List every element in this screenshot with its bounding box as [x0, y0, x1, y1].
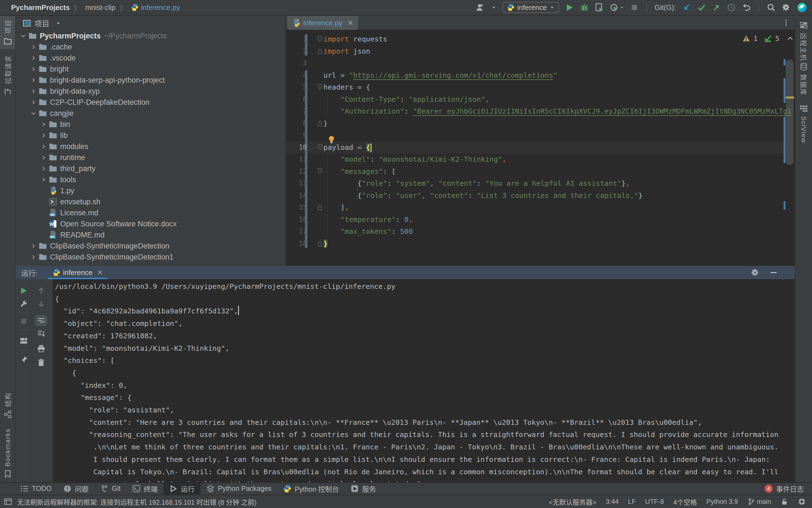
chevron-right-icon[interactable]	[39, 177, 49, 183]
tree-item-envsetup.sh[interactable]: envsetup.sh	[16, 196, 285, 207]
tree-item-bright-data-xyp[interactable]: bright-data-xyp	[16, 86, 285, 97]
git-push-button[interactable]	[712, 3, 721, 12]
chevron-right-icon[interactable]	[29, 88, 38, 94]
ai-assistant-icon[interactable]	[797, 2, 808, 13]
tool-window-button-拉取请求[interactable]: 拉取请求	[0, 55, 15, 96]
chevron-down-icon[interactable]	[55, 20, 61, 26]
chevron-right-icon[interactable]	[39, 166, 49, 172]
tree-item-bright-data-serp-api-python-project[interactable]: bright-data-serp-api-python-project	[16, 75, 285, 86]
fold-marker-icon[interactable]	[317, 204, 323, 211]
breadcrumb-file[interactable]: inference.py	[131, 3, 180, 12]
chevron-right-icon[interactable]	[39, 121, 49, 127]
fold-marker-icon[interactable]	[317, 120, 323, 127]
coverage-button[interactable]	[595, 3, 604, 12]
chevron-right-icon[interactable]	[29, 55, 38, 61]
tree-item-Open Source Software Notice.docx[interactable]: WOpen Source Software Notice.docx	[16, 218, 285, 229]
tree-item-ClipBased-SyntheticImageDetection1[interactable]: ClipBased-SyntheticImageDetection1	[16, 252, 285, 263]
run-button[interactable]	[565, 3, 574, 12]
settings-button[interactable]	[781, 3, 791, 12]
tree-item-.cache[interactable]: .cache	[16, 41, 285, 52]
run-console-output[interactable]: /usr/local/bin/python3.9 /Users/xuyipeng…	[52, 279, 795, 482]
tree-item-1.py[interactable]: 1.py	[16, 185, 285, 196]
tree-item-cangjie[interactable]: cangjie	[16, 108, 285, 119]
hide-panel-icon[interactable]	[769, 268, 778, 277]
ide-settings-icon[interactable]	[798, 498, 806, 506]
tool-window-button-数据库[interactable]: 数据库	[796, 62, 812, 96]
lock-icon[interactable]	[780, 498, 788, 506]
run-tab-inference[interactable]: inference✕	[48, 266, 107, 279]
tree-item-.vscode[interactable]: .vscode	[16, 52, 285, 64]
run-settings-icon[interactable]	[18, 298, 30, 309]
chevron-down-icon[interactable]	[18, 33, 28, 39]
tool-bar-button-运行[interactable]: 运行	[163, 482, 200, 495]
tree-item-ClipBased-SyntheticImageDetection[interactable]: ClipBased-SyntheticImageDetection	[16, 241, 285, 252]
print-button[interactable]	[35, 343, 47, 354]
run-config-selector[interactable]: inference	[503, 2, 559, 13]
event-log-button[interactable]: 4事件日志	[764, 484, 812, 494]
git-rollback-button[interactable]	[742, 3, 751, 12]
chevron-right-icon[interactable]	[39, 155, 49, 161]
tool-bar-button-Git[interactable]: Git	[94, 482, 127, 495]
chevron-right-icon[interactable]	[29, 243, 38, 249]
tree-item-License.md[interactable]: MDLicense.md	[16, 207, 285, 218]
run-settings-gear-icon[interactable]	[751, 268, 760, 277]
status-message[interactable]: 无法刷新远程解释器的框架: 连接到远程主机 192.168.15.101 时出错…	[17, 497, 256, 507]
fold-marker-icon[interactable]	[317, 144, 323, 151]
tab-close-icon[interactable]: ✕	[347, 19, 353, 27]
fold-marker-icon[interactable]	[317, 48, 323, 54]
editor-scrollbar-thumb[interactable]	[786, 59, 794, 165]
tree-item-bin[interactable]: bin	[16, 119, 285, 130]
tool-bar-button-Python Packages[interactable]: Python Packages	[200, 482, 278, 495]
tree-item-modules[interactable]: modules	[16, 141, 285, 152]
fold-marker-icon[interactable]	[317, 168, 323, 175]
tool-window-button-SciView[interactable]: SciView	[796, 104, 812, 143]
fold-marker-icon[interactable]	[317, 36, 323, 42]
status-item[interactable]: 4个空格	[673, 497, 697, 507]
chevron-right-icon[interactable]	[39, 143, 49, 150]
tool-bar-button-TODO[interactable]: TODO	[14, 482, 57, 495]
tree-item-lib[interactable]: lib	[16, 130, 285, 141]
tree-item-third_party[interactable]: third_party	[16, 163, 285, 174]
debug-button[interactable]	[580, 3, 589, 12]
editor-tab-inference-py[interactable]: inference.py✕	[287, 16, 358, 30]
status-item[interactable]: Python 3.9	[706, 498, 738, 506]
chevron-down-icon[interactable]	[29, 110, 38, 116]
tool-window-button-远程主机[interactable]: 远程主机	[796, 21, 812, 61]
user-icon[interactable]	[475, 2, 485, 12]
tree-item-runtime[interactable]: runtime	[16, 152, 285, 163]
git-commit-button[interactable]	[697, 3, 706, 12]
rerun-button[interactable]	[18, 285, 30, 296]
user-dropdown-icon[interactable]	[491, 5, 496, 10]
tool-bar-button-问题[interactable]: 问题	[57, 482, 94, 495]
restore-layout-button[interactable]	[18, 335, 30, 346]
tool-window-button-项目[interactable]: 项目	[0, 16, 15, 49]
chevron-right-icon[interactable]	[29, 66, 38, 72]
chevron-right-icon[interactable]	[39, 132, 49, 138]
fold-marker-icon[interactable]	[317, 240, 323, 247]
prev-problem-icon[interactable]	[786, 35, 794, 42]
tree-item-tools[interactable]: tools	[16, 174, 285, 185]
breadcrumb-folder[interactable]: mnist-clip	[85, 3, 115, 12]
project-panel-header[interactable]: 项目	[16, 16, 285, 30]
tool-window-button-Bookmarks[interactable]: Bookmarks	[0, 428, 15, 478]
chevron-right-icon[interactable]	[29, 99, 38, 105]
tree-item-bright[interactable]: bright	[16, 64, 285, 75]
status-item[interactable]: UTF-8	[645, 498, 664, 506]
tool-bar-button-终端[interactable]: 终端	[127, 482, 163, 495]
pin-tab-button[interactable]	[18, 354, 30, 365]
soft-wrap-button[interactable]	[35, 315, 47, 326]
search-everywhere-button[interactable]	[767, 3, 775, 12]
tool-bar-button-服务[interactable]: 服务	[345, 482, 382, 495]
tree-item-README.md[interactable]: MDREADME.md	[16, 229, 285, 241]
tool-window-button-结构[interactable]: 结构	[0, 392, 15, 418]
tree-item-C2P-CLIP-DeepfakeDetection[interactable]: C2P-CLIP-DeepfakeDetection	[16, 97, 285, 108]
window-icon[interactable]	[4, 498, 12, 506]
scroll-to-end-button[interactable]	[35, 328, 47, 339]
chevron-right-icon[interactable]	[29, 77, 38, 83]
status-item[interactable]: 3:44	[606, 498, 619, 506]
editor-options-kebab-icon[interactable]	[782, 19, 790, 27]
git-branch-widget[interactable]: main	[747, 498, 771, 506]
fold-marker-icon[interactable]	[317, 84, 323, 90]
clear-console-button[interactable]	[35, 357, 47, 368]
tree-item-PycharmProjects[interactable]: PycharmProjects~/PycharmProjects	[16, 30, 285, 41]
